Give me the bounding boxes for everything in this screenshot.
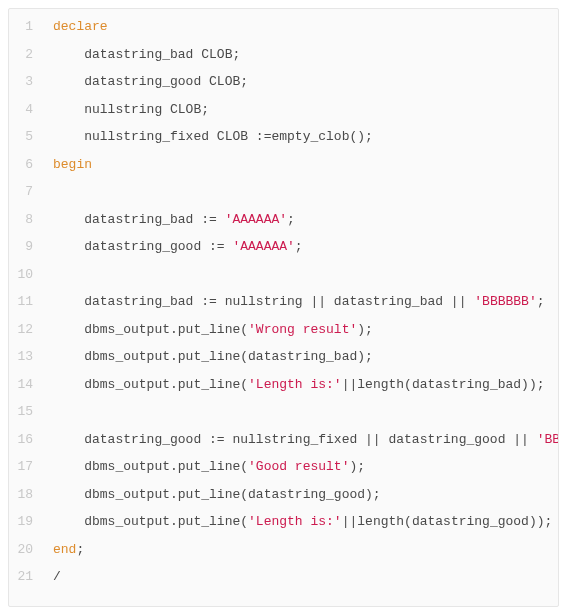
- code-line: 5 nullstring_fixed CLOB :=empty_clob();: [9, 123, 558, 151]
- code-line: 9 datastring_good := 'AAAAAA';: [9, 233, 558, 261]
- token-plain: datastring_bad CLOB;: [53, 47, 240, 62]
- code-text: dbms_output.put_line('Good result');: [43, 453, 558, 481]
- code-line: 16 datastring_good := nullstring_fixed |…: [9, 426, 558, 454]
- code-text: nullstring_fixed CLOB :=empty_clob();: [43, 123, 558, 151]
- token-string: 'Length is:': [248, 514, 342, 529]
- line-number: 3: [9, 68, 43, 96]
- token-plain: dbms_output.put_line(datastring_good);: [53, 487, 381, 502]
- token-keyword: begin: [53, 157, 92, 172]
- line-number: 1: [9, 13, 43, 41]
- code-text: datastring_good := nullstring_fixed || d…: [43, 426, 558, 454]
- line-number: 14: [9, 371, 43, 399]
- code-line: 2 datastring_bad CLOB;: [9, 41, 558, 69]
- code-text: [43, 261, 558, 289]
- code-line: 15: [9, 398, 558, 426]
- code-content: 1declare2 datastring_bad CLOB;3 datastri…: [9, 9, 558, 595]
- token-plain: );: [357, 322, 373, 337]
- token-plain: datastring_bad := nullstring || datastri…: [53, 294, 474, 309]
- code-text: datastring_good := 'AAAAAA';: [43, 233, 558, 261]
- token-plain: /: [53, 569, 61, 584]
- token-string: 'Good result': [248, 459, 349, 474]
- code-line: 1declare: [9, 13, 558, 41]
- token-plain: nullstring_fixed CLOB :=empty_clob();: [53, 129, 373, 144]
- token-keyword: declare: [53, 19, 108, 34]
- line-number: 8: [9, 206, 43, 234]
- code-line: 12 dbms_output.put_line('Wrong result');: [9, 316, 558, 344]
- token-plain: [53, 404, 61, 419]
- token-plain: ||length(datastring_good));: [342, 514, 553, 529]
- code-line: 6begin: [9, 151, 558, 179]
- code-line: 18 dbms_output.put_line(datastring_good)…: [9, 481, 558, 509]
- code-line: 21/: [9, 563, 558, 591]
- token-string: 'BBBBBB': [537, 432, 558, 447]
- token-plain: ||length(datastring_bad));: [342, 377, 545, 392]
- line-number: 5: [9, 123, 43, 151]
- token-string: 'AAAAAA': [225, 212, 287, 227]
- code-line: 4 nullstring CLOB;: [9, 96, 558, 124]
- token-keyword: end: [53, 542, 76, 557]
- code-line: 3 datastring_good CLOB;: [9, 68, 558, 96]
- code-line: 7: [9, 178, 558, 206]
- code-text: [43, 398, 558, 426]
- token-plain: datastring_good :=: [53, 239, 232, 254]
- token-plain: [53, 267, 61, 282]
- token-plain: dbms_output.put_line(: [53, 322, 248, 337]
- line-number: 16: [9, 426, 43, 454]
- token-plain: );: [349, 459, 365, 474]
- code-line: 20end;: [9, 536, 558, 564]
- code-text: dbms_output.put_line('Wrong result');: [43, 316, 558, 344]
- line-number: 11: [9, 288, 43, 316]
- code-text: /: [43, 563, 558, 591]
- token-string: 'AAAAAA': [232, 239, 294, 254]
- code-line: 14 dbms_output.put_line('Length is:'||le…: [9, 371, 558, 399]
- line-number: 2: [9, 41, 43, 69]
- code-line: 17 dbms_output.put_line('Good result');: [9, 453, 558, 481]
- token-plain: ;: [295, 239, 303, 254]
- code-text: dbms_output.put_line('Length is:'||lengt…: [43, 371, 558, 399]
- token-plain: datastring_good := nullstring_fixed || d…: [53, 432, 537, 447]
- code-block: 1declare2 datastring_bad CLOB;3 datastri…: [8, 8, 559, 607]
- code-text: end;: [43, 536, 558, 564]
- code-scroll-area[interactable]: 1declare2 datastring_bad CLOB;3 datastri…: [9, 9, 558, 606]
- token-plain: datastring_bad :=: [53, 212, 225, 227]
- token-plain: ;: [537, 294, 545, 309]
- code-text: declare: [43, 13, 558, 41]
- token-plain: dbms_output.put_line(: [53, 459, 248, 474]
- code-line: 8 datastring_bad := 'AAAAAA';: [9, 206, 558, 234]
- token-string: 'BBBBBB': [474, 294, 536, 309]
- code-text: datastring_good CLOB;: [43, 68, 558, 96]
- code-line: 13 dbms_output.put_line(datastring_bad);: [9, 343, 558, 371]
- line-number: 12: [9, 316, 43, 344]
- token-plain: dbms_output.put_line(: [53, 514, 248, 529]
- token-string: 'Length is:': [248, 377, 342, 392]
- code-text: dbms_output.put_line(datastring_good);: [43, 481, 558, 509]
- code-line: 10: [9, 261, 558, 289]
- line-number: 6: [9, 151, 43, 179]
- line-number: 9: [9, 233, 43, 261]
- line-number: 18: [9, 481, 43, 509]
- token-plain: ;: [76, 542, 84, 557]
- line-number: 21: [9, 563, 43, 591]
- line-number: 17: [9, 453, 43, 481]
- line-number: 20: [9, 536, 43, 564]
- token-plain: nullstring CLOB;: [53, 102, 209, 117]
- token-plain: dbms_output.put_line(: [53, 377, 248, 392]
- line-number: 7: [9, 178, 43, 206]
- code-text: begin: [43, 151, 558, 179]
- code-text: [43, 178, 558, 206]
- code-line: 19 dbms_output.put_line('Length is:'||le…: [9, 508, 558, 536]
- line-number: 4: [9, 96, 43, 124]
- code-text: datastring_bad := nullstring || datastri…: [43, 288, 558, 316]
- token-plain: ;: [287, 212, 295, 227]
- line-number: 10: [9, 261, 43, 289]
- code-text: nullstring CLOB;: [43, 96, 558, 124]
- token-plain: dbms_output.put_line(datastring_bad);: [53, 349, 373, 364]
- token-string: 'Wrong result': [248, 322, 357, 337]
- code-line: 11 datastring_bad := nullstring || datas…: [9, 288, 558, 316]
- token-plain: datastring_good CLOB;: [53, 74, 248, 89]
- line-number: 15: [9, 398, 43, 426]
- code-text: datastring_bad := 'AAAAAA';: [43, 206, 558, 234]
- code-text: dbms_output.put_line('Length is:'||lengt…: [43, 508, 558, 536]
- code-text: dbms_output.put_line(datastring_bad);: [43, 343, 558, 371]
- token-plain: [53, 184, 61, 199]
